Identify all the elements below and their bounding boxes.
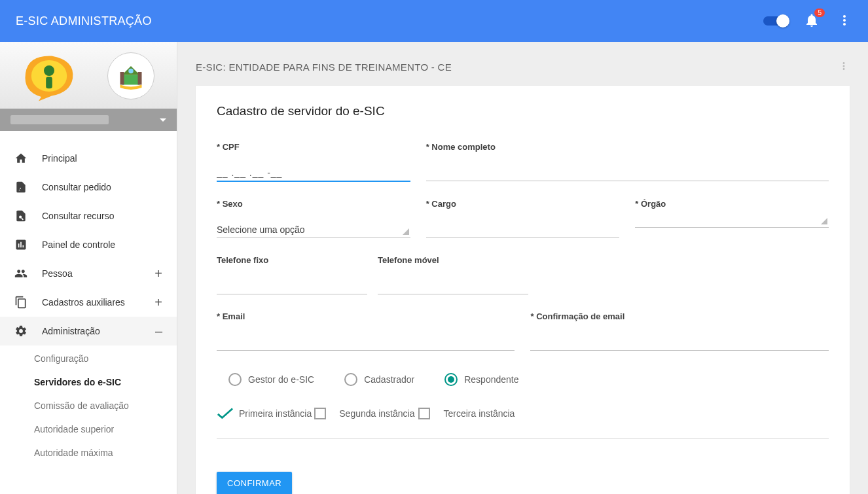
subnav-autoridade-maxima[interactable]: Autoridade máxima [0, 441, 177, 465]
field-cargo: * Cargo [426, 199, 620, 238]
card-title: Cadastro de servidor do e-SIC [217, 104, 829, 118]
sidebar-item-label: Principal [42, 153, 77, 164]
check-label: Terceira instância [443, 408, 515, 419]
field-orgao: * Órgão [635, 199, 829, 238]
field-email-confirm: * Confirmação de email [530, 311, 829, 351]
user-email-hidden [10, 115, 109, 124]
label-cpf: * CPF [217, 142, 410, 152]
sidebar-item-label: Painel de controle [42, 239, 115, 250]
main: E-SIC: ENTIDADE PARA FINS DE TREINAMENTO… [177, 42, 868, 494]
radio-label: Respondente [464, 374, 518, 385]
email-confirm-input[interactable] [530, 334, 829, 351]
more-vert-icon [838, 60, 850, 72]
more-vert-icon [837, 12, 852, 28]
label-tel-movel: Telefone móvel [378, 255, 528, 265]
subnav-servidores[interactable]: Servidores do e-SIC [0, 370, 177, 394]
user-dropdown[interactable] [0, 109, 177, 131]
confirm-button[interactable]: CONFIRMAR [217, 472, 292, 494]
email-input[interactable] [217, 334, 515, 351]
check-primeira[interactable]: Primeira instância [217, 407, 326, 420]
radio-icon [228, 373, 242, 386]
subnav-configuracao[interactable]: Configuração [0, 347, 177, 370]
sidebar-item-pessoa[interactable]: Pessoa + [0, 259, 177, 288]
select-tri-icon [403, 228, 409, 235]
toggle-knob [776, 14, 789, 27]
expand-icon: + [154, 296, 162, 309]
search-doc-icon [14, 181, 27, 194]
radio-label: Cadastrador [364, 374, 414, 385]
esic-logo [23, 50, 75, 102]
svg-rect-4 [120, 72, 124, 85]
label-email-confirm: * Confirmação de email [530, 311, 829, 321]
field-nome: * Nome completo [426, 142, 829, 182]
orgao-select[interactable] [635, 222, 829, 228]
svg-rect-5 [137, 72, 141, 85]
radio-respondente[interactable]: Respondente [444, 373, 518, 386]
sidebar-item-consultar-pedido[interactable]: Consultar pedido [0, 173, 177, 202]
page-more-button[interactable] [838, 60, 850, 74]
radio-cadastrador[interactable]: Cadastrador [344, 373, 414, 386]
svg-rect-3 [122, 75, 139, 85]
sidebar-item-principal[interactable]: Principal [0, 144, 177, 173]
search-doc-icon [14, 209, 27, 222]
cargo-input[interactable] [426, 222, 620, 238]
form-card: Cadastro de servidor do e-SIC * CPF * No… [196, 86, 850, 494]
form-grid: * CPF * Nome completo * Sexo Selecione u… [217, 142, 829, 494]
check-terceira[interactable]: Terceira instância [443, 408, 515, 419]
copy-icon [14, 296, 27, 309]
home-icon [14, 152, 27, 165]
field-tel-movel: Telefone móvel [378, 255, 528, 294]
sidebar-item-cadastros[interactable]: Cadastros auxiliares + [0, 288, 177, 317]
svg-point-1 [44, 65, 54, 76]
svg-point-7 [20, 187, 22, 189]
check-label: Segunda instância [339, 408, 414, 419]
sexo-select[interactable]: Selecione uma opção [217, 222, 410, 238]
field-cpf: * CPF [217, 142, 410, 182]
button-row: CONFIRMAR [217, 456, 829, 494]
label-sexo: * Sexo [217, 199, 410, 209]
field-email: * Email [217, 311, 515, 351]
notifications-button[interactable]: 5 [804, 12, 820, 30]
radio-gestor[interactable]: Gestor do e-SIC [228, 373, 314, 386]
topbar: E-SIC ADMINISTRAÇÃO 5 [0, 0, 868, 42]
svg-point-9 [19, 216, 22, 219]
radio-icon [444, 373, 458, 386]
sidebar-item-label: Cadastros auxiliares [42, 297, 125, 308]
cpf-input[interactable] [217, 165, 410, 182]
dashboard-icon [14, 238, 27, 251]
label-tel-fixo: Telefone fixo [217, 255, 367, 265]
group-icon [14, 267, 27, 280]
topbar-more-button[interactable] [837, 12, 852, 30]
seal-logo [107, 52, 154, 99]
label-email: * Email [217, 311, 515, 321]
subnav-comissao[interactable]: Comissão de avaliação [0, 394, 177, 417]
topbar-actions: 5 [763, 12, 852, 30]
settings-icon [14, 325, 27, 338]
checkbox-icon [314, 408, 326, 419]
radio-row-role: Gestor do e-SIC Cadastrador Respondente [217, 368, 829, 386]
check-segunda[interactable]: Segunda instância [339, 408, 430, 419]
sidebar-item-consultar-recurso[interactable]: Consultar recurso [0, 202, 177, 230]
sidebar-item-administracao[interactable]: Administração – [0, 317, 177, 345]
tick-icon [217, 407, 234, 420]
tel-movel-input[interactable] [378, 278, 528, 294]
sidebar-item-painel[interactable]: Painel de controle [0, 230, 177, 259]
svg-rect-2 [46, 77, 52, 89]
sidebar-item-label: Consultar pedido [42, 182, 111, 192]
field-sexo: * Sexo Selecione uma opção [217, 199, 410, 238]
radio-label: Gestor do e-SIC [248, 374, 314, 385]
svg-point-6 [128, 69, 134, 74]
theme-toggle[interactable] [763, 16, 787, 26]
check-row-instancia: Primeira instância Segunda instância Ter… [217, 403, 829, 439]
expand-icon: + [154, 267, 162, 280]
sexo-value: Selecione uma opção [217, 224, 305, 235]
checkbox-icon [418, 408, 430, 419]
subnav-administracao: Configuração Servidores do e-SIC Comissã… [0, 345, 177, 468]
tel-fixo-input[interactable] [217, 278, 367, 294]
subnav-autoridade-superior[interactable]: Autoridade superior [0, 417, 177, 441]
sidebar-item-label: Consultar recurso [42, 211, 115, 221]
app-title: E-SIC ADMINISTRAÇÃO [16, 14, 152, 28]
notification-badge: 5 [814, 9, 825, 17]
nome-input[interactable] [426, 165, 829, 181]
caret-down-icon [160, 118, 166, 122]
